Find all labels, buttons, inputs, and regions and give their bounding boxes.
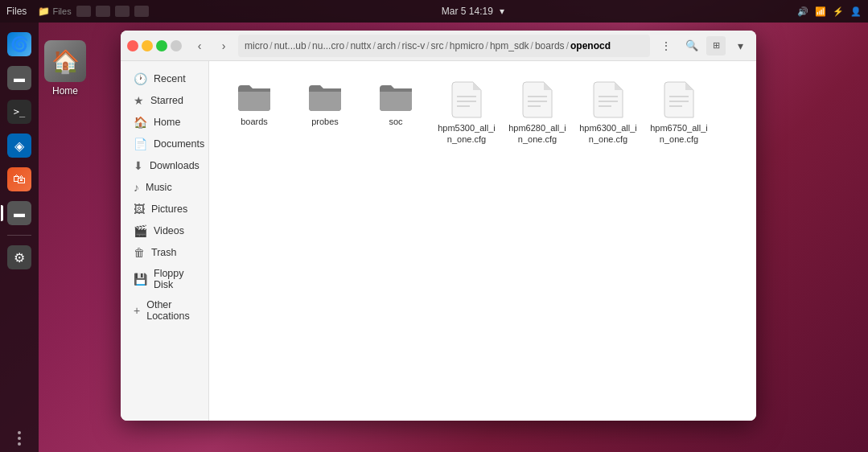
top-bar-btn-2[interactable]: [96, 6, 110, 17]
downloads-icon: ⬇: [134, 159, 143, 172]
forward-button[interactable]: ›: [214, 36, 233, 55]
datetime-dropdown[interactable]: ▾: [500, 6, 504, 17]
dock-item-terminal[interactable]: >_: [4, 97, 35, 127]
pictures-icon: 🖼: [134, 203, 145, 216]
view-grid-icon: ⊞: [713, 40, 720, 51]
trash-icon: 🗑: [134, 246, 145, 259]
edge-app-icon: 🌀: [7, 32, 31, 56]
breadcrumb-hpmsdk[interactable]: hpm_sdk: [490, 40, 529, 51]
back-icon: ‹: [198, 39, 202, 52]
file-item-hpm6750[interactable]: hpm6750_all_in_one.cfg: [647, 74, 711, 152]
dock-item-files[interactable]: ▬: [4, 198, 35, 228]
dock-dot-2: [18, 437, 21, 440]
top-bar-btn-4[interactable]: [134, 6, 149, 17]
sidebar-item-other-locations[interactable]: + Other Locations: [124, 295, 205, 326]
file-area: boards probes: [209, 61, 756, 421]
sidebar-item-music[interactable]: ♪ Music: [124, 177, 205, 198]
menu-dots-button[interactable]: ⋮: [655, 35, 677, 57]
view-mode-button[interactable]: ⊞: [706, 36, 726, 55]
sidebar-item-starred[interactable]: ★ Starred: [124, 90, 205, 111]
view-dropdown-button[interactable]: ▾: [730, 36, 750, 55]
activities-label[interactable]: Files: [6, 6, 27, 17]
file-manager-window: ‹ › micro / nut...ub / nu...cro / nuttx …: [121, 31, 756, 421]
top-bar-app-name[interactable]: 📁 Files: [38, 6, 71, 17]
sidebar-item-floppy[interactable]: 💾 Floppy Disk: [124, 264, 205, 294]
documents-icon: 📄: [134, 138, 147, 150]
terminal-app-icon: >_: [7, 100, 31, 124]
title-bar: ‹ › micro / nut...ub / nu...cro / nuttx …: [121, 31, 756, 61]
breadcrumb-riscv[interactable]: risc-v: [401, 40, 425, 51]
home-desktop-icon[interactable]: 🏠 Home: [44, 40, 86, 97]
sys-power-btn[interactable]: 👤: [850, 6, 862, 17]
sys-icon-2: 📶: [815, 6, 826, 17]
floppy-label: Floppy Disk: [154, 268, 195, 290]
breadcrumb-src[interactable]: src: [431, 40, 444, 51]
store-app-icon: 🛍: [7, 167, 31, 191]
sidebar-item-trash[interactable]: 🗑 Trash: [124, 242, 205, 263]
breadcrumb-boards[interactable]: boards: [535, 40, 565, 51]
home-icon-bg: 🏠: [44, 40, 86, 82]
music-label: Music: [146, 182, 172, 193]
breadcrumb-nuttx[interactable]: nuttx: [350, 40, 371, 51]
file-item-probes[interactable]: probes: [293, 74, 357, 152]
soc-label: soc: [389, 116, 402, 127]
home-sidebar-icon: 🏠: [134, 116, 147, 129]
file-item-hpm6300[interactable]: hpm6300_all_in_one.cfg: [576, 74, 640, 152]
boards-folder-icon: [235, 80, 274, 113]
extra-button[interactable]: [171, 40, 182, 51]
forward-icon: ›: [222, 39, 226, 52]
sidebar-item-home[interactable]: 🏠 Home: [124, 112, 205, 133]
maximize-button[interactable]: [156, 40, 167, 51]
breadcrumb-micro[interactable]: micro: [245, 40, 268, 51]
sidebar-item-recent[interactable]: 🕐 Recent: [124, 68, 205, 89]
starred-icon: ★: [134, 94, 144, 107]
dock: 🌀 ▬ >_ ◈ 🛍 ▬ ⚙: [0, 23, 39, 452]
dock-item-settings[interactable]: ⚙: [4, 242, 35, 273]
back-button[interactable]: ‹: [190, 36, 209, 55]
hpm5300-label: hpm5300_all_in_one.cfg: [438, 122, 496, 146]
home-icon-label: Home: [52, 85, 78, 97]
close-button[interactable]: [127, 40, 138, 51]
top-bar-btn-3[interactable]: [115, 6, 130, 17]
search-button[interactable]: 🔍: [682, 36, 701, 55]
top-bar-right: 🔊 📶 ⚡ 👤: [797, 6, 862, 17]
dock-item-edge[interactable]: 🌀: [4, 29, 35, 60]
documents-label: Documents: [154, 138, 204, 150]
soc-folder-icon: [376, 80, 415, 113]
search-icon: 🔍: [685, 39, 698, 51]
hpm6280-file-icon: [521, 80, 553, 119]
sys-icon-3: ⚡: [833, 6, 844, 17]
dock-item-vscode[interactable]: ◈: [4, 130, 35, 161]
breadcrumb-arch[interactable]: arch: [377, 40, 396, 51]
file-item-hpm6280[interactable]: hpm6280_all_in_one.cfg: [505, 74, 570, 152]
videos-label: Videos: [154, 225, 184, 236]
sidebar-item-documents[interactable]: 📄 Documents: [124, 134, 205, 154]
file-item-boards[interactable]: boards: [222, 74, 286, 152]
breadcrumb-nutub[interactable]: nut...ub: [274, 40, 306, 51]
breadcrumb-nucro[interactable]: nu...cro: [312, 40, 344, 51]
starred-label: Starred: [150, 95, 183, 106]
breadcrumb[interactable]: micro / nut...ub / nu...cro / nuttx / ar…: [238, 35, 650, 57]
sidebar-item-downloads[interactable]: ⬇ Downloads: [124, 155, 205, 176]
files-app-icon: ▬: [7, 201, 31, 225]
minimize-button[interactable]: [142, 40, 153, 51]
top-bar-left: Files 📁 Files: [6, 6, 149, 17]
dock-separator: [7, 235, 31, 236]
settings-app-icon: ⚙: [7, 245, 31, 269]
dock-item-panel[interactable]: ▬: [4, 63, 35, 93]
boards-label: boards: [241, 116, 268, 127]
recent-icon: 🕐: [134, 72, 147, 85]
top-bar-btn-1[interactable]: [76, 6, 91, 17]
breadcrumb-hpmicro[interactable]: hpmicro: [450, 40, 484, 51]
sidebar-item-pictures[interactable]: 🖼 Pictures: [124, 199, 205, 220]
hpm6280-label: hpm6280_all_in_one.cfg: [508, 122, 566, 146]
dock-item-store[interactable]: 🛍: [4, 164, 35, 195]
file-item-soc[interactable]: soc: [364, 74, 428, 152]
pictures-label: Pictures: [151, 203, 187, 215]
floppy-icon: 💾: [134, 273, 147, 286]
top-bar: Files 📁 Files Mar 5 14:19 ▾ 🔊 📶 ⚡ 👤: [0, 0, 868, 23]
other-locations-label: Other Locations: [146, 299, 195, 322]
recent-label: Recent: [154, 73, 186, 84]
sidebar-item-videos[interactable]: 🎬 Videos: [124, 220, 205, 241]
file-item-hpm5300[interactable]: hpm5300_all_in_one.cfg: [434, 74, 499, 152]
